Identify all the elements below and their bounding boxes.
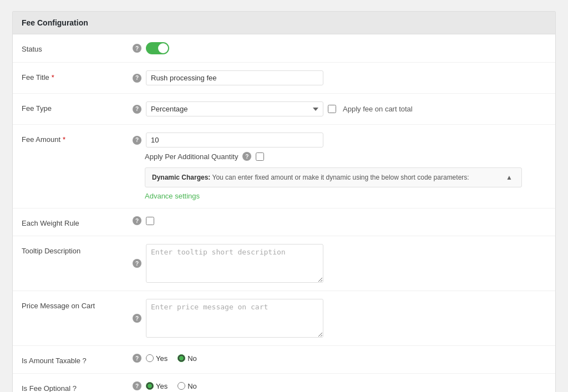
fee-configuration-panel: Fee Configuration Status ? Fee Title * ? bbox=[12, 11, 556, 392]
fee-type-select[interactable]: Percentage Fixed bbox=[146, 101, 323, 116]
dynamic-charges-collapse-button[interactable]: ▲ bbox=[504, 174, 515, 181]
toggle-slider bbox=[146, 42, 169, 54]
panel-title: Fee Configuration bbox=[13, 12, 555, 34]
fee-title-row: Fee Title * ? bbox=[13, 63, 555, 94]
per-qty-label: Apply Per Additional Quantity bbox=[145, 152, 238, 161]
taxable-yes-radio[interactable] bbox=[146, 354, 154, 362]
fee-amount-label: Fee Amount * bbox=[22, 133, 133, 144]
price-message-help-icon[interactable]: ? bbox=[133, 314, 141, 323]
fee-title-content: ? bbox=[133, 70, 546, 85]
fee-amount-content: ? Apply Per Additional Quantity ? Dynami… bbox=[133, 133, 546, 200]
price-message-content: ? bbox=[133, 299, 546, 338]
each-weight-rule-label: Each Weight Rule bbox=[22, 216, 133, 227]
status-help-icon[interactable]: ? bbox=[133, 44, 141, 53]
dynamic-charges-box: Dynamic Charges: You can enter fixed amo… bbox=[145, 167, 522, 187]
is-taxable-help-icon[interactable]: ? bbox=[133, 354, 141, 363]
price-message-textarea[interactable] bbox=[146, 299, 323, 338]
is-amount-taxable-content: ? Yes No bbox=[133, 354, 546, 363]
per-qty-checkbox[interactable] bbox=[256, 152, 264, 161]
fee-type-row: Fee Type ? Percentage Fixed Apply fee on… bbox=[13, 94, 555, 125]
optional-yes-label[interactable]: Yes bbox=[146, 382, 168, 390]
per-qty-help-icon[interactable]: ? bbox=[242, 152, 251, 161]
taxable-yes-label[interactable]: Yes bbox=[146, 354, 168, 363]
is-amount-taxable-row: Is Amount Taxable ? ? Yes No bbox=[13, 346, 555, 374]
tooltip-description-row: Tooltip Description ? bbox=[13, 236, 555, 291]
price-message-row: Price Message on Cart ? bbox=[13, 291, 555, 346]
fee-type-label: Fee Type bbox=[22, 101, 133, 113]
is-amount-taxable-label: Is Amount Taxable ? bbox=[22, 354, 133, 365]
fee-amount-required: * bbox=[63, 135, 65, 144]
dynamic-charges-prefix: Dynamic Charges: bbox=[152, 174, 210, 181]
fee-type-content: ? Percentage Fixed Apply fee on cart tot… bbox=[133, 101, 546, 116]
fee-title-help-icon[interactable]: ? bbox=[133, 74, 141, 83]
each-weight-help-icon[interactable]: ? bbox=[133, 216, 141, 225]
each-weight-rule-row: Each Weight Rule ? bbox=[13, 208, 555, 236]
fee-amount-input[interactable] bbox=[146, 133, 323, 147]
apply-on-cart-total-checkbox[interactable] bbox=[328, 105, 336, 113]
advance-settings-link[interactable]: Advance settings bbox=[145, 192, 200, 200]
optional-no-radio[interactable] bbox=[178, 382, 185, 390]
dynamic-charges-body: You can enter fixed amount or make it dy… bbox=[210, 174, 469, 181]
taxable-no-label[interactable]: No bbox=[178, 354, 197, 363]
apply-on-cart-total-label: Apply fee on cart total bbox=[343, 105, 413, 113]
status-toggle[interactable] bbox=[146, 42, 169, 54]
optional-yes-radio[interactable] bbox=[146, 382, 154, 390]
status-row: Status ? bbox=[13, 34, 555, 63]
each-weight-rule-content: ? bbox=[133, 216, 546, 225]
fee-title-input[interactable] bbox=[146, 70, 323, 85]
is-fee-optional-content: ? Yes No bbox=[133, 381, 546, 390]
fee-title-label: Fee Title * bbox=[22, 70, 133, 82]
fee-amount-row: Fee Amount * ? Apply Per Additional Quan… bbox=[13, 125, 555, 208]
fee-amount-help-icon[interactable]: ? bbox=[133, 136, 141, 145]
fee-type-help-icon[interactable]: ? bbox=[133, 105, 141, 114]
status-content: ? bbox=[133, 42, 546, 54]
status-label: Status bbox=[22, 42, 133, 53]
tooltip-description-textarea[interactable] bbox=[146, 244, 323, 283]
tooltip-description-label: Tooltip Description bbox=[22, 244, 133, 255]
is-fee-optional-label: Is Fee Optional ? bbox=[22, 381, 133, 392]
dynamic-charges-text: Dynamic Charges: You can enter fixed amo… bbox=[152, 174, 504, 181]
is-fee-optional-row: Is Fee Optional ? ? Yes No bbox=[13, 374, 555, 392]
each-weight-rule-checkbox[interactable] bbox=[146, 217, 154, 225]
is-optional-help-icon[interactable]: ? bbox=[133, 381, 141, 390]
tooltip-description-content: ? bbox=[133, 244, 546, 283]
tooltip-help-icon[interactable]: ? bbox=[133, 259, 141, 268]
taxable-no-radio[interactable] bbox=[178, 354, 185, 362]
fee-title-required: * bbox=[52, 73, 54, 82]
price-message-label: Price Message on Cart bbox=[22, 299, 133, 310]
optional-no-label[interactable]: No bbox=[178, 382, 197, 390]
